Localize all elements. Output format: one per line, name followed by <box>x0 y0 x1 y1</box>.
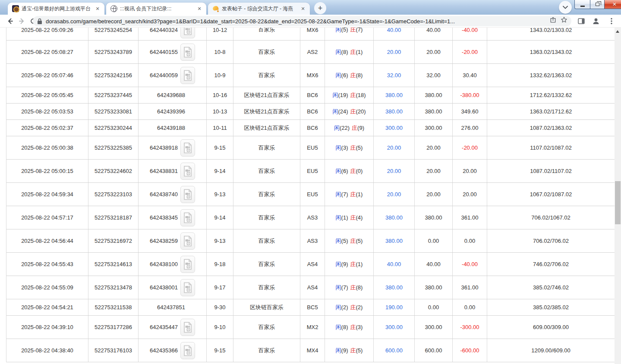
bet-id: 522753216972 <box>88 229 139 252</box>
tab-tongbao[interactable]: 通宝-信誉最好的网上游戏平台 ✕ <box>8 3 104 15</box>
valid-amount: 300.00 <box>415 120 453 136</box>
valid-amount: 20.00 <box>415 136 453 159</box>
minimize-button[interactable] <box>574 0 590 9</box>
video-replay-button[interactable] <box>180 209 195 226</box>
game-name: 百家乐 <box>233 28 300 41</box>
win-loss: 0.00 <box>453 229 487 252</box>
win-loss: 20.00 <box>453 160 487 182</box>
game-code: MX6 <box>300 28 325 41</box>
vertical-scrollbar[interactable] <box>615 28 621 364</box>
video-replay-button[interactable] <box>180 163 195 180</box>
scroll-up-icon[interactable] <box>616 30 619 33</box>
player-result: 闲(8) <box>336 48 348 56</box>
video-replay-button[interactable] <box>180 139 195 157</box>
video-replay-button[interactable] <box>180 279 195 296</box>
win-loss: 276.00 <box>453 120 487 136</box>
maximize-button[interactable] <box>590 0 605 9</box>
balance-before-after: 385.02/746.02 <box>487 276 615 299</box>
balance-before-after: 1712.62/1332.62 <box>487 87 615 103</box>
game-name: 百家乐 <box>233 64 300 87</box>
game-code: AS3 <box>300 206 325 229</box>
close-icon[interactable]: ✕ <box>196 5 203 12</box>
video-replay-button[interactable] <box>180 256 195 273</box>
close-icon[interactable]: ✕ <box>299 5 306 12</box>
player-result: 闲(24) <box>332 108 348 116</box>
round-cell: 642435447 <box>139 316 207 339</box>
table-row: 2025-08-22 05:00:15 522753224602 6424388… <box>6 160 615 183</box>
bet-id: 522753224602 <box>88 160 139 182</box>
new-tab-button[interactable]: + <box>314 2 326 14</box>
avatar-icon <box>592 17 600 25</box>
video-replay-button[interactable] <box>180 319 195 336</box>
tab-search-button[interactable] <box>559 1 572 14</box>
forward-button[interactable] <box>17 16 27 26</box>
valid-amount: 600.00 <box>415 339 453 362</box>
round-id: 642440155 <box>150 49 178 55</box>
banker-result: 庄(4) <box>350 214 363 222</box>
win-loss: 361.00 <box>453 276 487 299</box>
bet-time: 2025-08-22 05:07:46 <box>6 64 88 87</box>
video-file-icon <box>183 345 192 356</box>
round-cell: 642439688 <box>139 87 207 103</box>
player-result: 闲(6) <box>336 72 348 79</box>
player-result: 闲(8) <box>336 323 348 331</box>
round-cell: 642438831 <box>139 160 207 182</box>
video-replay-button[interactable] <box>180 28 195 38</box>
game-name: 百家乐 <box>233 183 300 206</box>
scrollbar-thumb[interactable] <box>615 181 621 224</box>
video-file-icon <box>183 322 192 333</box>
valid-amount: 20.00 <box>415 41 453 63</box>
tab-bet-record[interactable]: :::视讯 会员下注纪录::: ✕ <box>106 3 206 15</box>
bet-amount: 20.00 <box>374 183 415 206</box>
result-cell: 闲(6) 庄(0) <box>325 160 374 182</box>
side-panel-button[interactable] <box>577 17 586 25</box>
address-bar[interactable]: dorasabs.com/game/betrecord_search/kind3… <box>33 16 571 26</box>
bet-time: 2025-08-22 05:03:53 <box>6 104 88 119</box>
game-code: AS3 <box>300 229 325 252</box>
share-button[interactable] <box>549 16 557 23</box>
profile-button[interactable] <box>591 17 601 25</box>
video-replay-button[interactable] <box>180 44 195 61</box>
video-file-icon <box>183 189 192 200</box>
video-replay-button[interactable] <box>180 67 195 84</box>
bet-id: 522753237445 <box>88 87 139 103</box>
banker-result: 庄(5) <box>350 144 363 152</box>
player-result: 闲(1) <box>336 214 348 222</box>
close-window-button[interactable]: ✕ <box>605 0 621 9</box>
banker-result: 庄(8) <box>350 284 363 292</box>
valid-amount: 380.00 <box>415 206 453 229</box>
table-seat: 10-13 <box>207 104 233 119</box>
result-cell: 闲(7) 庄(1) <box>325 183 374 206</box>
round-id: 642438831 <box>150 168 178 174</box>
bet-amount: 380.00 <box>374 229 415 252</box>
table-row: 2025-08-22 05:02:37 522753230244 6424391… <box>6 120 615 136</box>
round-cell: 642439188 <box>139 120 207 136</box>
table-row: 2025-08-22 04:39:10 522753177286 6424354… <box>6 316 615 339</box>
back-icon <box>6 18 13 25</box>
back-button[interactable] <box>5 16 15 26</box>
bet-time: 2025-08-22 04:59:34 <box>6 183 88 206</box>
win-loss: -40.00 <box>453 28 487 41</box>
bookmark-button[interactable] <box>560 16 568 23</box>
video-replay-button[interactable] <box>180 342 195 359</box>
video-replay-button[interactable] <box>180 186 195 203</box>
bet-time: 2025-08-22 05:05:45 <box>6 87 88 103</box>
bet-time: 2025-08-22 05:08:27 <box>6 41 88 63</box>
round-id: 642435366 <box>150 347 178 354</box>
tab-forum-post[interactable]: 发表帖子 - 综合交流大厅 - 海燕 ✕ <box>208 3 310 15</box>
game-name: 百家乐 <box>233 316 300 339</box>
url-text: dorasabs.com/game/betrecord_search/kind3… <box>46 18 544 25</box>
menu-button[interactable] <box>607 17 616 25</box>
game-code: BC6 <box>300 120 325 136</box>
bet-id: 522753218187 <box>88 206 139 229</box>
player-result: 闲(3) <box>336 144 348 152</box>
chevron-down-icon <box>563 6 568 9</box>
browser-toolbar: dorasabs.com/game/betrecord_search/kind3… <box>0 15 621 28</box>
bet-id: 522753230244 <box>88 120 139 136</box>
bet-amount: 190.00 <box>374 299 415 315</box>
close-icon[interactable]: ✕ <box>94 5 101 12</box>
table-seat: 9-17 <box>207 276 233 299</box>
banker-result: 庄(8) <box>350 72 363 79</box>
video-replay-button[interactable] <box>180 232 195 250</box>
bet-amount: 40.00 <box>374 253 415 276</box>
